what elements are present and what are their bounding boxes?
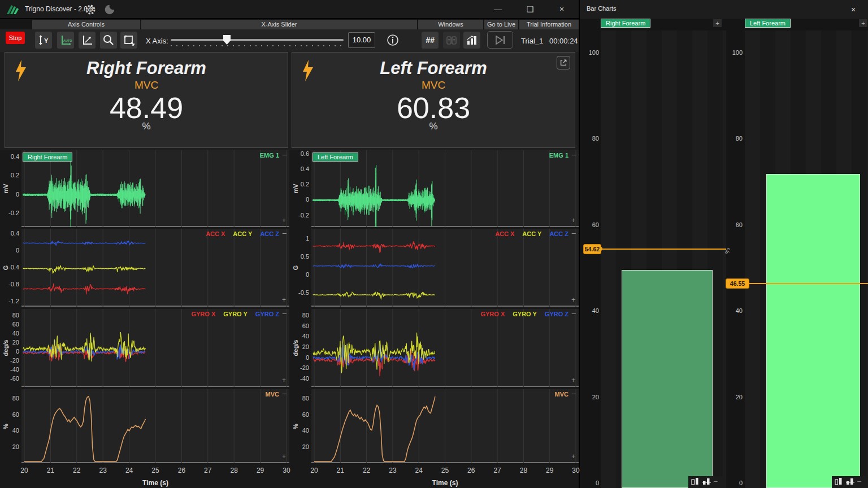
link-axes-icon (80, 33, 94, 47)
x-axis-ticks: 2021222324252627282930 (311, 467, 579, 477)
y-tick-label: 20 (2, 339, 19, 346)
bar-chart-add-button[interactable]: + (713, 19, 722, 27)
group-label-x-axis-slider: X-Axis Slider (141, 20, 417, 29)
bar-window-close-button[interactable]: × (847, 3, 860, 16)
x-axis-slider-handle[interactable] (223, 35, 231, 45)
y-tick-label: 0 (292, 196, 309, 203)
panel-title: Left Forearm (292, 58, 575, 79)
x-tick-label: 26 (465, 467, 478, 474)
y-tick-label: -60 (2, 375, 19, 382)
sensor-pair-button[interactable] (443, 32, 460, 49)
bar-window-title: Bar Charts (587, 5, 617, 12)
bar-y-tick-label: 80 (584, 135, 599, 142)
y-axis: G0.40-0.4-0.8-1.2 (0, 229, 21, 307)
threshold-value-tag-right-forearm[interactable]: 54.62 (583, 244, 601, 254)
bar-y-tick-label: 20 (728, 394, 743, 400)
panel-metric-unit: % (5, 121, 288, 132)
x-tick-label: 21 (44, 467, 57, 474)
bar-style-outline-icon[interactable] (691, 477, 700, 487)
collapse-row-button[interactable]: – (572, 309, 576, 317)
emg-waveform (313, 165, 435, 227)
collapse-row-button[interactable]: – (572, 229, 576, 237)
series-label-acc-z: ACC Z (549, 230, 568, 237)
series-label-acc-z: ACC Z (260, 230, 279, 237)
y-tick-label: -1.2 (2, 298, 19, 304)
x-axis-title: Time (s) (311, 479, 579, 487)
threshold-line-left-forearm[interactable] (749, 283, 868, 284)
bar-y-tick-label: 100 (584, 49, 599, 56)
x-axis-title: Time (s) (21, 479, 289, 487)
y-tick-label: 40 (2, 427, 19, 434)
x-axis-value-input[interactable]: 10.00 (348, 32, 375, 48)
chart-row-gyro-x: deg/s806040200-20-40-60GYRO XGYRO YGYRO … (0, 309, 289, 387)
bar-sensor-badge-right-forearm: Right Forearm (601, 19, 650, 28)
bar-chart-collapse-button[interactable]: – (714, 477, 718, 485)
threshold-line-right-forearm[interactable] (599, 249, 726, 250)
bar-y-tick-label: 40 (584, 307, 599, 314)
y-axis-range-icon: Y (37, 33, 50, 47)
mvc-line (24, 396, 145, 461)
group-label-go-to-live: Go to Live (484, 20, 518, 29)
lightning-bolt-icon (14, 59, 28, 82)
stop-button[interactable]: Stop (6, 32, 25, 44)
bar-chart-collapse-button[interactable]: – (857, 477, 861, 485)
expand-row-button[interactable]: + (571, 296, 575, 304)
settings-gear-icon[interactable] (84, 3, 97, 16)
collapse-row-button[interactable]: – (283, 389, 287, 398)
zoom-button[interactable] (100, 32, 117, 49)
x-tick-label: 22 (360, 467, 374, 474)
popout-button[interactable] (557, 56, 570, 69)
charts-grid: mV0.40.20-0.2Right ForearmEMG 1–+G0.40-0… (0, 150, 579, 488)
series-label-gyro-x: GYRO X (480, 311, 505, 317)
window-minimize-button[interactable]: — (486, 0, 510, 18)
chart-row-emg-1: mV0.60.40.20-0.2Left ForearmEMG 1–+ (290, 150, 579, 227)
app-title: Trigno Discover - 2.0.0 (25, 5, 93, 13)
series-label-emg-1: EMG 1 (549, 152, 568, 159)
title-bar: Trigno Discover - 2.0.0 — ❑ × (0, 0, 579, 19)
theme-moon-icon[interactable] (103, 3, 115, 16)
collapse-row-button[interactable]: – (283, 150, 287, 159)
window-close-button[interactable]: × (550, 0, 574, 18)
expand-row-button[interactable]: + (282, 452, 286, 460)
bar-style-outline-icon[interactable] (835, 477, 843, 487)
collapse-row-button[interactable]: – (572, 150, 576, 159)
collapse-row-button[interactable]: – (572, 389, 576, 398)
chart-row-acc-x: G0.40-0.4-0.8-1.2ACC XACC YACC Z–+ (0, 229, 289, 307)
collapse-row-button[interactable]: – (283, 229, 287, 237)
bar-style-filled-icon[interactable] (702, 477, 711, 487)
window-maximize-button[interactable]: ❑ (518, 0, 542, 18)
expand-row-button[interactable]: + (282, 216, 286, 224)
series-legend: ACC XACC YACC Z (487, 230, 568, 237)
digital-values-button[interactable]: ## (422, 32, 439, 49)
expand-row-button[interactable]: + (282, 376, 286, 384)
x-axis-slider-track[interactable] (171, 39, 344, 41)
bar-y-tick-label: 0 (728, 480, 743, 486)
auto-scale-axes-button[interactable]: AUTO (57, 32, 74, 49)
expand-row-button[interactable]: + (571, 216, 575, 224)
y-axis-unit-label: % (292, 415, 299, 438)
bar-y-tick-label: 100 (728, 49, 743, 56)
y-tick-label: 80 (2, 312, 19, 319)
y-axis-range-button[interactable]: Y (35, 32, 52, 49)
link-axes-button[interactable] (79, 32, 96, 49)
threshold-value-tag-left-forearm[interactable]: 46.55 (726, 278, 749, 289)
expand-row-button[interactable]: + (282, 296, 286, 304)
expand-row-button[interactable]: + (571, 376, 575, 384)
x-tick-label: 20 (307, 467, 321, 474)
expand-row-button[interactable]: + (571, 452, 575, 460)
y-axis: deg/s806040200-20-40 (290, 309, 311, 387)
auto-scale-axes-icon: AUTO (59, 33, 72, 47)
y-tick-label: -0.4 (2, 264, 19, 271)
x-tick-label: 23 (96, 467, 110, 474)
bar-window-title-bar: Bar Charts × (580, 0, 868, 19)
bar-style-filled-icon[interactable] (846, 477, 854, 487)
y-axis: mV0.60.40.20-0.2 (290, 150, 311, 227)
bar-chart-window-button[interactable] (463, 32, 480, 49)
go-to-live-button[interactable] (487, 31, 513, 49)
collapse-row-button[interactable]: – (283, 309, 287, 317)
info-icon[interactable] (387, 34, 399, 46)
x-tick-label: 28 (227, 467, 241, 474)
bar-chart-add-button[interactable]: + (859, 19, 867, 27)
group-label-trial-information: Trial Information (519, 20, 579, 29)
fit-view-button[interactable] (120, 32, 137, 49)
